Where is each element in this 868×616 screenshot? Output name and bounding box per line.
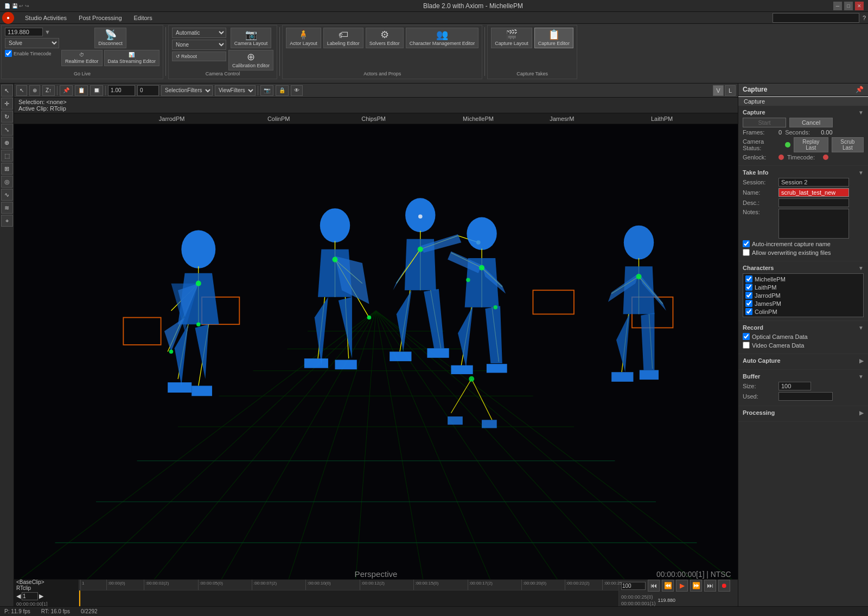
solve-value-input[interactable]: 119.880 [5, 28, 43, 36]
buffer-collapse[interactable]: ▼ [858, 374, 864, 380]
minimize-btn[interactable]: ─ [833, 2, 842, 10]
actor-layout-btn[interactable]: 🧍 Actor Layout [286, 28, 321, 48]
go-end-btn[interactable]: ⏭ [704, 580, 716, 592]
capture-collapse-arrow[interactable]: ▼ [858, 110, 864, 116]
frame-end-input[interactable] [621, 582, 646, 590]
tool8-btn[interactable]: ◎ [1, 176, 13, 188]
search-input[interactable] [773, 13, 859, 23]
prev-frame-btn[interactable]: ◀ [16, 593, 21, 600]
tool11-btn[interactable]: ⌖ [1, 215, 13, 227]
character-list: MichellePM LaithPM JarrodPM JamesPM [743, 273, 864, 317]
chars-collapse[interactable]: ▼ [858, 265, 864, 271]
take-info-collapse[interactable]: ▼ [858, 170, 864, 176]
play-btn[interactable]: ▶ [676, 580, 688, 592]
maximize-btn[interactable]: □ [844, 2, 853, 10]
video-camera-checkbox[interactable] [743, 342, 750, 349]
lock-btn[interactable]: 🔒 [276, 85, 289, 96]
disconnect-btn[interactable]: 📡 Disconnect [94, 28, 126, 48]
solvers-editor-btn[interactable]: ⚙ Solvers Editor [366, 28, 404, 48]
capture-tab[interactable]: Capture [738, 96, 868, 106]
fps-display: 119.880 [658, 598, 676, 603]
enable-timecode-checkbox[interactable] [5, 50, 12, 57]
camera-control-label: Camera Control [206, 71, 240, 76]
eye-btn[interactable]: 👁 [291, 85, 303, 96]
rotate-tool-btn[interactable]: ↻ [1, 111, 13, 123]
allow-overwriting-checkbox[interactable] [743, 249, 750, 256]
vt-icon3-btn[interactable]: 🔲 [90, 85, 103, 96]
calibration-editor-btn[interactable]: ⊕ Calibration Editor [228, 50, 273, 70]
tool10-btn[interactable]: ≋ [1, 202, 13, 214]
start-btn[interactable]: Start [743, 118, 786, 127]
vt-icon2-btn[interactable]: 📋 [75, 85, 88, 96]
reboot-btn[interactable]: ↺ Reboot [172, 52, 226, 61]
3d-viewport[interactable]: Perspective 00:00:00:00[1] | NTSC [14, 124, 738, 579]
menu-editors[interactable]: Editors [129, 14, 158, 22]
selection-filters-dropdown[interactable]: SelectionFilters [161, 85, 213, 96]
frames-label: Frames: [743, 129, 775, 136]
record-btn[interactable]: ⏺ [718, 580, 730, 592]
char-laith-checkbox[interactable] [745, 284, 752, 291]
l-btn[interactable]: L [725, 85, 736, 96]
select-tool-btn[interactable]: ↖ [1, 85, 13, 97]
labeling-editor-btn[interactable]: 🏷 Labeling Editor [323, 28, 363, 48]
menu-studio-activities[interactable]: Studio Activities [20, 14, 72, 22]
camera-view-btn[interactable]: 📷 [260, 85, 273, 96]
scrub-last-btn[interactable]: Scrub Last [832, 137, 864, 152]
name-input[interactable] [778, 188, 849, 197]
data-streaming-editor-btn[interactable]: 📊 Data Streaming Editor [104, 50, 160, 66]
char-michelle-checkbox[interactable] [745, 275, 752, 283]
selection-text: Selection: <none> [18, 99, 733, 105]
tool5-btn[interactable]: ⊕ [1, 137, 13, 149]
select-mode-btn[interactable]: ↖ [16, 85, 27, 96]
char-james-checkbox[interactable] [745, 300, 752, 307]
solve-dropdown[interactable]: Solve [5, 38, 59, 48]
char-colin-checkbox[interactable] [745, 308, 752, 315]
capture-layout-btn[interactable]: 🎬 Capture Layout [491, 28, 532, 48]
camera-automatic-dropdown[interactable]: Automatic [172, 28, 226, 38]
panel-pin-icon[interactable]: 📌 [856, 86, 864, 93]
vt-icon-btn[interactable]: 📌 [60, 85, 73, 96]
next-frame-btn[interactable]: ▶ [39, 593, 43, 600]
processing-collapse[interactable]: ▶ [859, 410, 864, 416]
move-tool-btn[interactable]: ✛ [1, 98, 13, 110]
realtime-editor-btn[interactable]: ⏱ Realtime Editor [61, 50, 103, 66]
help-icon[interactable]: ? [863, 15, 866, 21]
go-start-btn[interactable]: ⏮ [648, 580, 660, 592]
buffer-used-input[interactable] [778, 392, 833, 401]
char-james-name: JamesPM [755, 300, 781, 307]
view-filters-dropdown[interactable]: ViewFilters [215, 85, 256, 96]
desc-input[interactable] [778, 198, 849, 207]
vt-num1-input[interactable] [108, 85, 135, 96]
camera-none-dropdown[interactable]: None [172, 40, 226, 50]
camera-layout-btn[interactable]: 📷 Camera Layout [231, 28, 272, 48]
frame-start-input[interactable] [22, 592, 38, 600]
step-back-btn[interactable]: ⏪ [662, 580, 674, 592]
cancel-btn[interactable]: Cancel [789, 118, 833, 127]
vt-z-btn[interactable]: Z↑ [42, 85, 55, 96]
camera-status-dot [785, 142, 790, 147]
close-btn[interactable]: ✕ [855, 2, 864, 10]
buffer-size-input[interactable] [778, 382, 811, 390]
menu-post-processing[interactable]: Post Processing [73, 14, 127, 22]
tool7-btn[interactable]: ⊞ [1, 163, 13, 175]
char-jarrod-checkbox[interactable] [745, 292, 752, 299]
viewport-and-right: ↖ ⊕ Z↑ 📌 📋 🔲 SelectionFilters ViewFilter… [14, 84, 868, 606]
vt-num2-input[interactable] [137, 85, 159, 96]
tool6-btn[interactable]: ⬚ [1, 150, 13, 162]
optical-camera-checkbox[interactable] [743, 333, 750, 340]
capture-editor-btn[interactable]: 📋 Capture Editor [534, 28, 573, 48]
char-mgmt-btn[interactable]: 👥 Character Management Editor [406, 28, 479, 48]
step-fwd-btn[interactable]: ⏩ [690, 580, 702, 592]
timeline-track-area[interactable] [79, 591, 618, 606]
replay-last-btn[interactable]: Replay Last [794, 137, 828, 152]
v-btn[interactable]: V [713, 85, 724, 96]
tool9-btn[interactable]: ∿ [1, 189, 13, 201]
vt-btn2[interactable]: ⊕ [29, 85, 40, 96]
scale-tool-btn[interactable]: ⤡ [1, 124, 13, 136]
toolbar: 119.880 ▼ Solve Enable Timecode 📡 Discon… [0, 24, 868, 84]
record-collapse[interactable]: ▼ [858, 325, 864, 331]
auto-capture-collapse[interactable]: ▶ [859, 358, 864, 364]
session-input[interactable] [778, 178, 849, 187]
auto-increment-checkbox[interactable] [743, 240, 750, 247]
notes-textarea[interactable] [778, 209, 849, 239]
